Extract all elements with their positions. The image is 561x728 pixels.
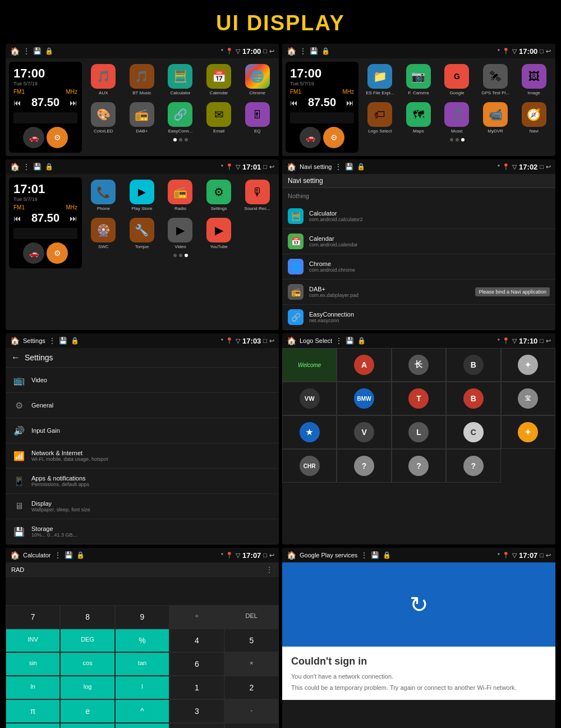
settings-back-button[interactable]: ← [11, 352, 20, 363]
logo-subaru[interactable]: ★ [282, 415, 337, 449]
calc-btn-4[interactable]: 4 [169, 629, 224, 652]
settings-item-storage[interactable]: 💾 Storage 10%... 0...41.3 GB... [6, 519, 279, 544]
back-icon-1[interactable]: ↩ [269, 48, 274, 55]
app-calendar[interactable]: 📅 Calendar [201, 62, 237, 98]
back-icon-5[interactable]: ↩ [269, 337, 274, 345]
settings-item-video[interactable]: 📺 Video [6, 368, 279, 393]
calc-btn-e[interactable]: e [60, 699, 114, 723]
menu-icon-5[interactable]: ⋮ [49, 337, 56, 345]
navi-item-dab[interactable]: 📻 DAB+ com.ex.dabplayer.pad Please bind … [282, 280, 555, 305]
calc-btn-div[interactable]: ÷ [169, 605, 224, 629]
calc-btn-3[interactable]: 3 [169, 699, 224, 723]
calc-menu-icon[interactable]: ⋮ [265, 565, 273, 574]
logo-chrysler[interactable]: CHR [282, 449, 337, 483]
calc-btn-pi[interactable]: π [6, 699, 60, 723]
calc-btn-sqrt[interactable]: √ [115, 723, 169, 728]
calc-btn-7[interactable]: 7 [6, 605, 60, 629]
app-btmusic[interactable]: 🎵 BT Music [124, 62, 160, 98]
app-email[interactable]: ✉ Email [201, 100, 237, 136]
logo-chery[interactable]: C [446, 415, 500, 449]
menu-icon-2[interactable]: ⋮ [300, 47, 306, 55]
menu-icon-1[interactable]: ⋮ [23, 47, 30, 55]
back-icon-4[interactable]: ↩ [546, 163, 551, 171]
logo-buick[interactable]: B [446, 382, 500, 415]
logo-baojun[interactable]: 宝 [501, 382, 555, 415]
navi-item-calculator[interactable]: 🧮 Calculator com.android.calculator2 [282, 204, 555, 229]
navi-item-chrome[interactable]: 🌐 Chrome com.android.chrome [282, 254, 555, 280]
logo-byd[interactable]: B [446, 348, 500, 382]
settings-item-display[interactable]: 🖥 Display Wallpaper, sleep, font size [6, 494, 279, 519]
home-icon-4[interactable]: 🏠 [287, 162, 296, 171]
menu-icon-3[interactable]: ⋮ [23, 163, 30, 171]
settings-item-apps[interactable]: 📱 Apps & notifications Permissions, defa… [6, 469, 279, 494]
calc-btn-sin[interactable]: sin [6, 652, 60, 676]
app-image[interactable]: 🖼 Image [516, 62, 552, 98]
app-calculator[interactable]: 🧮 Calculator [162, 62, 199, 98]
calc-btn-openparen[interactable]: ( [6, 723, 60, 728]
app-logoselect[interactable]: 🏷 Logo Select [362, 100, 398, 136]
app-esfile[interactable]: 📁 ES File Expl... [362, 62, 398, 98]
logo-unknown1[interactable]: ? [337, 449, 391, 483]
logo-lynk[interactable]: L [392, 415, 446, 449]
calc-btn-8[interactable]: 8 [60, 605, 114, 629]
menu-icon-6[interactable]: ⋮ [335, 337, 342, 345]
logo-unknown2[interactable]: ? [392, 449, 446, 483]
bind-navi-button[interactable]: Please bind a Navi application [475, 287, 550, 296]
app-youtube[interactable]: ▶ YouTube [201, 216, 237, 251]
calc-btn-1[interactable]: 1 [169, 676, 224, 699]
calc-btn-ln[interactable]: ln [6, 676, 60, 699]
app-maps[interactable]: 🗺 Maps [401, 100, 437, 136]
prev-icon-2[interactable]: ⏮ [290, 98, 298, 107]
logo-volvo[interactable]: V [337, 415, 391, 449]
calc-btn-dot[interactable]: . [169, 723, 224, 728]
app-fcamera[interactable]: 📷 F. Camera [401, 62, 437, 98]
drive-icon-3[interactable]: 🚗 [23, 242, 44, 264]
app-phone[interactable]: 📞 Phone [85, 177, 122, 213]
app-radio[interactable]: 📻 Radio [162, 177, 199, 213]
settings-item-general[interactable]: ⚙ General [6, 393, 279, 418]
next-icon-1[interactable]: ⏭ [70, 98, 77, 107]
logo-welcome[interactable]: Welcome [282, 348, 337, 382]
calc-btn-2[interactable]: 2 [224, 676, 279, 699]
next-icon-3[interactable]: ⏭ [70, 214, 77, 223]
back-icon-2[interactable]: ↩ [546, 48, 551, 55]
calc-btn-closeparen[interactable]: ) [60, 723, 114, 728]
calc-btn-inv[interactable]: INV [6, 629, 60, 652]
logo-chevrolet[interactable]: ✦ [501, 415, 555, 449]
logo-toyota[interactable]: T [392, 382, 446, 415]
next-icon-2[interactable]: ⏭ [346, 98, 354, 107]
home-icon-5[interactable]: 🏠 [10, 336, 20, 345]
app-gpstest[interactable]: 🛰 GPS Test Pl... [477, 62, 514, 98]
settings-item-inputgain[interactable]: 🔊 Input Gain [6, 418, 279, 443]
app-dab[interactable]: 📻 DAB+ [124, 100, 160, 136]
home-icon-2[interactable]: 🏠 [287, 47, 296, 56]
drive-icon-1[interactable]: 🚗 [23, 127, 44, 148]
logo-unknown3[interactable]: ? [446, 449, 500, 483]
app-swc[interactable]: 🎡 SWC [85, 216, 122, 251]
prev-icon-1[interactable]: ⏮ [13, 98, 21, 107]
app-google[interactable]: G Google [439, 62, 475, 98]
calc-btn-pct[interactable]: % [115, 629, 169, 652]
app-playstore[interactable]: ▶ Play Store [124, 177, 160, 213]
calc-btn-deg[interactable]: DEG [60, 629, 114, 652]
settings-item-network[interactable]: 📶 Network & Internet Wi-Fi, mobile, data… [6, 443, 279, 469]
home-icon-7[interactable]: 🏠 [10, 551, 20, 560]
logo-alfaromeo[interactable]: Α [337, 348, 391, 382]
app-eq[interactable]: 🎚 EQ [239, 100, 275, 136]
drive-icon-2[interactable]: 🚗 [300, 127, 321, 148]
back-icon-6[interactable]: ↩ [546, 337, 551, 345]
calc-btn-mul[interactable]: × [224, 652, 279, 676]
app-navi[interactable]: 🧭 Navi [516, 100, 552, 136]
calc-btn-pow[interactable]: ^ [115, 699, 169, 723]
app-music[interactable]: 🎵 Music [439, 100, 475, 136]
app-aux[interactable]: 🎵 AUX [85, 62, 122, 98]
eq-icon-2[interactable]: ⚙ [323, 127, 344, 148]
app-torque[interactable]: 🔧 Torque [124, 216, 160, 251]
calc-btn-9[interactable]: 9 [115, 605, 169, 629]
app-easyconn[interactable]: 🔗 EasyConn... [162, 100, 199, 136]
logo-mercedes[interactable]: ✦ [501, 348, 555, 382]
logo-changan[interactable]: 长 [392, 348, 446, 382]
back-icon-8[interactable]: ↩ [546, 552, 551, 559]
menu-icon-7[interactable]: ⋮ [54, 551, 61, 559]
menu-icon-4[interactable]: ⋮ [335, 163, 342, 171]
